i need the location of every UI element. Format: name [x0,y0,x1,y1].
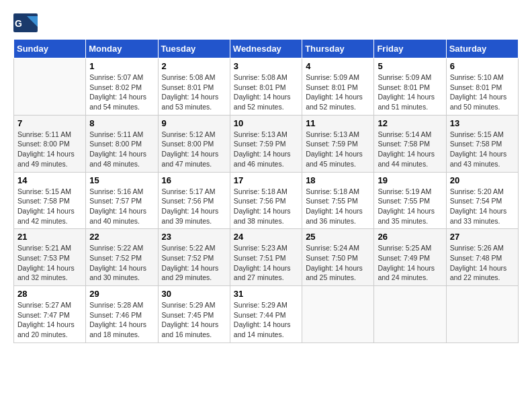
calendar-cell: 16Sunrise: 5:17 AM Sunset: 7:56 PM Dayli… [158,172,230,229]
day-info: Sunrise: 5:08 AM Sunset: 8:01 PM Dayligh… [234,73,298,112]
day-number: 2 [162,61,226,71]
calendar-cell [14,58,86,116]
calendar-cell [374,286,446,343]
day-info: Sunrise: 5:09 AM Sunset: 8:01 PM Dayligh… [306,73,370,112]
calendar-cell: 19Sunrise: 5:19 AM Sunset: 7:55 PM Dayli… [374,172,446,229]
day-info: Sunrise: 5:24 AM Sunset: 7:50 PM Dayligh… [306,243,370,283]
day-number: 10 [234,118,298,128]
weekday-header-friday: Friday [374,40,446,58]
calendar-cell: 31Sunrise: 5:29 AM Sunset: 7:44 PM Dayli… [230,286,302,343]
weekday-header-monday: Monday [86,40,158,58]
day-info: Sunrise: 5:25 AM Sunset: 7:49 PM Dayligh… [378,243,442,283]
day-info: Sunrise: 5:23 AM Sunset: 7:51 PM Dayligh… [234,243,298,283]
weekday-header-thursday: Thursday [302,40,374,58]
header: G [13,13,519,32]
calendar-cell: 23Sunrise: 5:22 AM Sunset: 7:52 PM Dayli… [158,229,230,286]
day-info: Sunrise: 5:12 AM Sunset: 8:00 PM Dayligh… [162,130,226,169]
calendar-table: SundayMondayTuesdayWednesdayThursdayFrid… [13,39,519,343]
day-number: 26 [378,232,442,242]
calendar-cell: 18Sunrise: 5:18 AM Sunset: 7:55 PM Dayli… [302,172,374,229]
day-number: 20 [450,175,515,185]
day-number: 13 [450,118,515,128]
day-number: 3 [234,61,298,71]
calendar-cell: 26Sunrise: 5:25 AM Sunset: 7:49 PM Dayli… [374,229,446,286]
weekday-header-tuesday: Tuesday [158,40,230,58]
day-info: Sunrise: 5:29 AM Sunset: 7:45 PM Dayligh… [162,300,226,340]
calendar-cell: 25Sunrise: 5:24 AM Sunset: 7:50 PM Dayli… [302,229,374,286]
calendar-cell: 9Sunrise: 5:12 AM Sunset: 8:00 PM Daylig… [158,115,230,172]
day-number: 11 [306,118,370,128]
calendar-cell: 28Sunrise: 5:27 AM Sunset: 7:47 PM Dayli… [14,286,86,343]
calendar-cell: 30Sunrise: 5:29 AM Sunset: 7:45 PM Dayli… [158,286,230,343]
day-number: 25 [306,232,370,242]
day-number: 17 [234,175,298,185]
day-info: Sunrise: 5:13 AM Sunset: 7:59 PM Dayligh… [234,130,298,169]
calendar-header: SundayMondayTuesdayWednesdayThursdayFrid… [14,40,519,58]
day-info: Sunrise: 5:09 AM Sunset: 8:01 PM Dayligh… [378,73,442,112]
day-number: 22 [89,232,154,242]
day-number: 14 [17,175,82,185]
calendar-cell: 3Sunrise: 5:08 AM Sunset: 8:01 PM Daylig… [230,58,302,116]
calendar-cell: 2Sunrise: 5:08 AM Sunset: 8:01 PM Daylig… [158,58,230,116]
calendar-cell: 5Sunrise: 5:09 AM Sunset: 8:01 PM Daylig… [374,58,446,116]
calendar-cell: 17Sunrise: 5:18 AM Sunset: 7:56 PM Dayli… [230,172,302,229]
day-number: 15 [89,175,154,185]
day-number: 9 [162,118,226,128]
day-number: 28 [17,289,82,299]
calendar-cell: 13Sunrise: 5:15 AM Sunset: 7:58 PM Dayli… [446,115,518,172]
calendar-cell [302,286,374,343]
calendar-cell: 10Sunrise: 5:13 AM Sunset: 7:59 PM Dayli… [230,115,302,172]
day-info: Sunrise: 5:22 AM Sunset: 7:52 PM Dayligh… [162,243,226,283]
day-info: Sunrise: 5:17 AM Sunset: 7:56 PM Dayligh… [162,187,226,226]
day-number: 23 [162,232,226,242]
day-info: Sunrise: 5:18 AM Sunset: 7:56 PM Dayligh… [234,187,298,226]
day-info: Sunrise: 5:26 AM Sunset: 7:48 PM Dayligh… [450,243,515,283]
day-number: 29 [89,289,154,299]
day-info: Sunrise: 5:15 AM Sunset: 7:58 PM Dayligh… [450,130,515,169]
day-info: Sunrise: 5:29 AM Sunset: 7:44 PM Dayligh… [234,300,298,340]
day-number: 8 [89,118,154,128]
calendar-cell: 14Sunrise: 5:15 AM Sunset: 7:58 PM Dayli… [14,172,86,229]
day-info: Sunrise: 5:22 AM Sunset: 7:52 PM Dayligh… [89,243,154,283]
day-number: 12 [378,118,442,128]
day-number: 18 [306,175,370,185]
calendar-cell: 6Sunrise: 5:10 AM Sunset: 8:01 PM Daylig… [446,58,518,116]
day-info: Sunrise: 5:08 AM Sunset: 8:01 PM Dayligh… [162,73,226,112]
calendar-cell: 21Sunrise: 5:21 AM Sunset: 7:53 PM Dayli… [14,229,86,286]
day-number: 5 [378,61,442,71]
day-number: 7 [17,118,82,128]
day-info: Sunrise: 5:11 AM Sunset: 8:00 PM Dayligh… [89,130,154,169]
day-number: 4 [306,61,370,71]
calendar-cell: 12Sunrise: 5:14 AM Sunset: 7:58 PM Dayli… [374,115,446,172]
day-number: 30 [162,289,226,299]
day-number: 6 [450,61,515,71]
day-info: Sunrise: 5:11 AM Sunset: 8:00 PM Dayligh… [17,130,82,169]
day-number: 27 [450,232,515,242]
day-info: Sunrise: 5:10 AM Sunset: 8:01 PM Dayligh… [450,73,515,112]
day-info: Sunrise: 5:16 AM Sunset: 7:57 PM Dayligh… [89,187,154,226]
day-info: Sunrise: 5:13 AM Sunset: 7:59 PM Dayligh… [306,130,370,169]
day-info: Sunrise: 5:28 AM Sunset: 7:46 PM Dayligh… [89,300,154,340]
weekday-header-sunday: Sunday [14,40,86,58]
day-number: 31 [234,289,298,299]
calendar-cell [446,286,518,343]
svg-text:G: G [15,18,22,29]
day-info: Sunrise: 5:07 AM Sunset: 8:02 PM Dayligh… [89,73,154,112]
day-info: Sunrise: 5:19 AM Sunset: 7:55 PM Dayligh… [378,187,442,226]
calendar-cell: 1Sunrise: 5:07 AM Sunset: 8:02 PM Daylig… [86,58,158,116]
day-info: Sunrise: 5:20 AM Sunset: 7:54 PM Dayligh… [450,187,515,226]
calendar-cell: 15Sunrise: 5:16 AM Sunset: 7:57 PM Dayli… [86,172,158,229]
day-number: 16 [162,175,226,185]
weekday-header-saturday: Saturday [446,40,518,58]
day-info: Sunrise: 5:27 AM Sunset: 7:47 PM Dayligh… [17,300,82,340]
calendar-cell: 27Sunrise: 5:26 AM Sunset: 7:48 PM Dayli… [446,229,518,286]
logo: G [13,13,40,32]
day-info: Sunrise: 5:21 AM Sunset: 7:53 PM Dayligh… [17,243,82,283]
day-number: 21 [17,232,82,242]
day-number: 1 [89,61,154,71]
day-info: Sunrise: 5:14 AM Sunset: 7:58 PM Dayligh… [378,130,442,169]
calendar-cell: 4Sunrise: 5:09 AM Sunset: 8:01 PM Daylig… [302,58,374,116]
calendar-cell: 7Sunrise: 5:11 AM Sunset: 8:00 PM Daylig… [14,115,86,172]
calendar-cell: 8Sunrise: 5:11 AM Sunset: 8:00 PM Daylig… [86,115,158,172]
calendar-cell: 20Sunrise: 5:20 AM Sunset: 7:54 PM Dayli… [446,172,518,229]
